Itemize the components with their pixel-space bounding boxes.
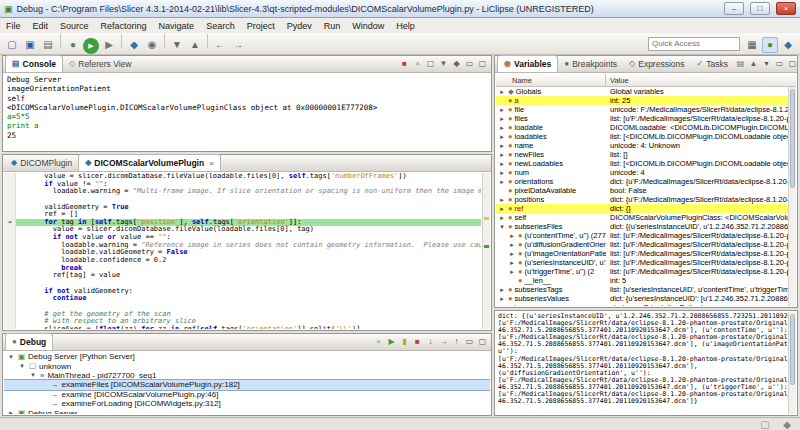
variable-row[interactable]: ▸●(u'contentTime', u'') (277195144)list:…	[496, 231, 788, 240]
open-perspective-icon[interactable]: ▦	[744, 37, 760, 53]
debug-perspective-icon[interactable]: ●	[762, 37, 778, 53]
variable-row[interactable]: ▾●subseriesFilesdict: {(u'seriesInstance…	[496, 222, 788, 231]
search-icon[interactable]: ◉	[144, 36, 160, 52]
run-icon[interactable]: ▶	[83, 38, 99, 54]
expander-icon[interactable]: ▸	[498, 286, 506, 294]
expander-icon[interactable]: ▸	[508, 268, 516, 276]
back-icon[interactable]: ←	[212, 36, 228, 52]
menu-edit[interactable]: Edit	[27, 21, 55, 31]
step-return-icon[interactable]: ↑	[450, 335, 463, 348]
detail-scrollbar[interactable]	[788, 312, 796, 414]
collapse-all-icon[interactable]: ▲	[747, 57, 760, 70]
tab-variables[interactable]: ◉Variables	[497, 55, 558, 72]
step-into-icon[interactable]: ↓	[424, 335, 437, 348]
tab-referers-view[interactable]: ◇Referers View	[63, 55, 137, 72]
quick-access-input[interactable]	[648, 37, 740, 51]
maximize-view-icon[interactable]: ▢	[476, 335, 489, 348]
expander-icon[interactable]: ▾	[7, 353, 15, 361]
tab-tasks[interactable]: ✓Tasks	[691, 55, 734, 72]
menu-refactoring[interactable]: Refactoring	[95, 21, 153, 31]
clear-console-icon[interactable]: ▢	[424, 57, 437, 70]
scrollbar-thumb[interactable]	[790, 314, 795, 385]
debug-node[interactable]: ▾▣Debug Server [Python Server]	[4, 352, 490, 361]
tab-expressions[interactable]: ◇Expressions	[623, 55, 690, 72]
menu-search[interactable]: Search	[200, 21, 241, 31]
expander-icon[interactable]: ▸	[7, 409, 15, 414]
expander-icon[interactable]: ▸	[508, 250, 516, 258]
debug-node[interactable]: →examine [DICOMScalarVolumePlugin.py:46]	[4, 390, 490, 399]
variable-row[interactable]: ▸●newLoadableslist: [<DICOMLib.DICOMPlug…	[496, 159, 788, 168]
notifications-icon[interactable]: ◆	[779, 416, 795, 430]
variable-row[interactable]: ▸●(u'seriesInstanceUID', u'1.2.246.352.7…	[496, 258, 788, 267]
variable-row[interactable]: ▸●subseriesTagslist: [u'seriesInstanceUI…	[496, 285, 788, 294]
variable-row[interactable]: ▸●loadableslist: [<DICOMLib.DICOMPlugin.…	[496, 132, 788, 141]
variable-row[interactable]: ▸●(u'diffusionGradientOrientation', u')l…	[496, 240, 788, 249]
remove-launch-icon[interactable]: ×	[411, 57, 424, 70]
expander-icon[interactable]: ▸	[498, 106, 506, 114]
expander-icon[interactable]: ▸	[498, 196, 506, 204]
column-header-value[interactable]: Value	[606, 74, 796, 86]
menu-navigate[interactable]: Navigate	[153, 21, 201, 31]
variable-row[interactable]: ▸●numunicode: 4	[496, 168, 788, 177]
tab-breakpoints[interactable]: ●Breakpoints	[558, 55, 623, 72]
expander-icon[interactable]: ▸	[498, 169, 506, 177]
previous-annotation-icon[interactable]: ▲	[187, 36, 203, 52]
tab-console[interactable]: ▤Console	[5, 55, 63, 72]
menu-window[interactable]: Window	[346, 21, 390, 31]
variable-detail-text[interactable]: dict: {(u'seriesInstanceUID', u'1.2.246.…	[496, 312, 788, 414]
variable-row[interactable]: ▸●nameunicode: 4: Unknown	[496, 141, 788, 150]
variable-row[interactable]: ▸◆GlobalsGlobal variables	[496, 87, 788, 96]
forward-icon[interactable]: →	[230, 36, 246, 52]
tab-dicomscalarvolumeplugin[interactable]: ◆DICOMScalarVolumePlugin×	[78, 154, 221, 171]
print-icon[interactable]: ▤	[40, 36, 56, 52]
menu-run[interactable]: Run	[318, 21, 347, 31]
menu-pydev[interactable]: Pydev	[281, 21, 318, 31]
expander-icon[interactable]: ▾	[18, 362, 26, 370]
debug-node[interactable]: ▾▢unknown	[4, 361, 490, 370]
debug-node[interactable]: →examineForLoading [DICOMWidgets.py:312]	[4, 399, 490, 408]
expander-icon[interactable]: ▸	[498, 295, 506, 303]
variable-row[interactable]: ▸●orientationsdict: {u'F:/MedicalImages/…	[496, 177, 788, 186]
expander-icon[interactable]: ▸	[498, 115, 506, 123]
close-button[interactable]: ×	[776, 2, 796, 15]
new-pydev-module-icon[interactable]: ◆	[126, 36, 142, 52]
resume-icon[interactable]: ▶	[385, 335, 398, 348]
variable-row[interactable]: ▸●selfDICOMScalarVolumePluginClass: <DIC…	[496, 213, 788, 222]
pydev-perspective-icon[interactable]: ◆	[780, 37, 796, 53]
menu-help[interactable]: Help	[390, 21, 421, 31]
terminate-icon[interactable]: ■	[411, 335, 424, 348]
variable-row[interactable]: ●pixelDataAvailablebool: False	[496, 186, 788, 195]
variable-row[interactable]: ▸●subseriesValuesdict: {u'seriesInstance…	[496, 294, 788, 303]
pin-console-icon[interactable]: ◆	[450, 57, 463, 70]
debug-node[interactable]: →examineFiles [DICOMScalarVolumePlugin.p…	[4, 380, 490, 389]
scrollbar-thumb[interactable]	[790, 89, 795, 188]
terminate-icon[interactable]: ■	[398, 57, 411, 70]
show-type-names-icon[interactable]: ▤	[734, 57, 747, 70]
step-over-icon[interactable]: →	[437, 335, 450, 348]
variable-row[interactable]: ▸●fileunicode: F:/MedicalImages/SlicerRt…	[496, 105, 788, 114]
minimize-button[interactable]: –	[724, 2, 744, 15]
variable-row[interactable]: ●__len__int: 5	[496, 276, 788, 285]
expander-icon[interactable]: ▸	[508, 259, 516, 267]
variable-row[interactable]: ▸●(u'triggerTime', u'') (2list: [u'F:/Me…	[496, 267, 788, 276]
code-editor[interactable]: value = slicer.dicomDatabase.fileValue(l…	[4, 173, 481, 329]
menu-project[interactable]: Project	[241, 21, 281, 31]
expander-icon[interactable]: ▸	[498, 214, 506, 222]
maximize-view-icon[interactable]: ▢	[786, 57, 799, 70]
view-menu-icon[interactable]: ▾	[760, 57, 773, 70]
console-body[interactable]: Debug ServerimageOrientationPatientself<…	[4, 74, 490, 150]
menu-source[interactable]: Source	[54, 21, 95, 31]
expander-icon[interactable]: ▸	[498, 133, 506, 141]
expander-icon[interactable]: ▸	[498, 178, 506, 186]
expander-icon[interactable]: ▸	[508, 232, 516, 240]
expander-icon[interactable]: ▸	[498, 124, 506, 132]
minimize-view-icon[interactable]: ▭	[463, 335, 476, 348]
titlebar[interactable]: ▣ Debug - C:\Program Files\Slicer 4.3.1-…	[0, 0, 800, 18]
variable-row[interactable]: ▸●loadableDICOMLoadable: <DICOMLib.DICOM…	[496, 123, 788, 132]
tab-dicomplugin[interactable]: ◆DICOMPlugin	[5, 154, 78, 171]
next-annotation-icon[interactable]: ▼	[169, 36, 185, 52]
minimize-view-icon[interactable]: ▭	[463, 57, 476, 70]
expander-icon[interactable]: ▸	[498, 88, 506, 96]
column-header-name[interactable]: Name	[496, 74, 606, 86]
menu-file[interactable]: File	[0, 21, 27, 31]
